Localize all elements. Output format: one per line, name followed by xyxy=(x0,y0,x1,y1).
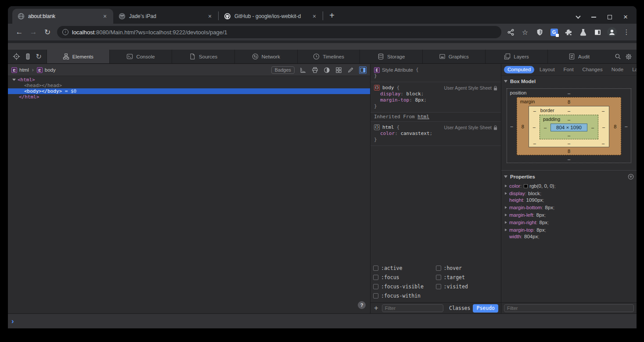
tab-close-icon[interactable]: × xyxy=(101,12,109,20)
inherited-from-link[interactable]: html xyxy=(417,114,429,120)
tab-computed[interactable]: Computed xyxy=(504,66,534,73)
computed-property-margin-left[interactable]: margin-left:8px; xyxy=(504,212,637,218)
grid-overlay-icon[interactable] xyxy=(335,67,342,73)
window-minimize-button[interactable] xyxy=(591,17,596,18)
css-rule-body[interactable]: {} body { User Agent Style Sheet display… xyxy=(371,82,501,113)
box-model-position[interactable]: position– – margin8 8 –border–– xyxy=(507,88,632,163)
translate-extension-icon[interactable]: G xyxy=(548,26,560,38)
disclosure-triangle-icon[interactable] xyxy=(505,221,507,224)
computed-filter-input[interactable] xyxy=(504,304,634,312)
disclosure-triangle-icon[interactable] xyxy=(505,206,507,209)
pseudo-visited-checkbox[interactable]: :visited xyxy=(436,284,499,290)
checkbox[interactable] xyxy=(373,275,378,280)
browser-tab-jades-ipad[interactable]: Jade’s iPad × xyxy=(113,9,218,24)
dom-node-body-selected[interactable]: <body></body> = $0 xyxy=(8,88,370,94)
inspector-layout-toggle-icon[interactable] xyxy=(359,66,367,74)
disclosure-triangle-icon[interactable] xyxy=(505,192,507,195)
dom-node-html-open[interactable]: <html> xyxy=(8,77,370,83)
breadcrumb-item-html[interactable]: html xyxy=(19,67,29,73)
devtools-tab-audit[interactable]: Audit xyxy=(547,50,610,63)
new-rule-plus-icon[interactable]: + xyxy=(374,305,378,311)
browser-menu-kebab-icon[interactable]: ⋮ xyxy=(621,26,632,38)
computed-property-display[interactable]: display:block; xyxy=(504,191,637,196)
extensions-puzzle-icon[interactable] xyxy=(563,26,574,38)
edit-pen-icon[interactable] xyxy=(347,67,354,73)
section-collapse-icon[interactable] xyxy=(504,175,507,178)
flask-extension-icon[interactable] xyxy=(577,26,589,38)
css-declaration[interactable]: display: block; xyxy=(374,91,497,97)
dom-node-html-close[interactable]: </html> xyxy=(8,94,370,100)
back-button[interactable]: ← xyxy=(13,26,25,38)
checkbox[interactable] xyxy=(373,284,378,289)
computed-property-margin-top[interactable]: margin-top:8px; xyxy=(504,227,637,233)
pseudo-button[interactable]: Pseudo xyxy=(473,304,498,313)
devtools-tab-network[interactable]: Network xyxy=(234,50,297,63)
breadcrumb-item-body[interactable]: body xyxy=(45,67,56,73)
color-swatch[interactable] xyxy=(524,184,528,188)
rule-selector[interactable]: html xyxy=(382,124,394,131)
dom-node-head[interactable]: <head></head> xyxy=(8,83,370,88)
box-model-content[interactable]: 804 × 1090 xyxy=(550,124,587,131)
new-tab-button[interactable]: + xyxy=(326,10,338,22)
css-declaration[interactable]: margin-top: 8px; xyxy=(374,97,497,103)
page-info-icon[interactable]: i xyxy=(62,29,68,35)
pseudo-focus-within-checkbox[interactable]: :focus-within xyxy=(373,293,436,299)
checkbox[interactable] xyxy=(373,266,378,271)
ruler-icon[interactable] xyxy=(300,67,306,73)
computed-property-margin-right[interactable]: margin-right:8px; xyxy=(504,220,637,225)
browser-tab-github[interactable]: GitHub - google/ios-webkit-d × xyxy=(219,9,323,24)
disclosure-triangle-icon[interactable] xyxy=(505,229,507,231)
devtools-tab-timelines[interactable]: Timelines xyxy=(297,50,360,63)
pseudo-focus-visible-checkbox[interactable]: :focus-visible xyxy=(373,284,436,290)
disclosure-triangle-icon[interactable] xyxy=(505,185,507,187)
computed-property-color[interactable]: color:rgb(0, 0, 0); xyxy=(504,183,637,189)
device-icon[interactable] xyxy=(25,53,31,60)
pseudo-focus-checkbox[interactable]: :focus xyxy=(373,274,436,280)
devtools-tab-elements[interactable]: Elements xyxy=(47,50,109,63)
box-model-border[interactable]: –border–– – padding– – 804 × 1090 xyxy=(529,106,609,147)
css-rule-html[interactable]: {} html { User Agent Style Sheet color: … xyxy=(371,122,501,146)
address-bar[interactable]: i localhost:8080/Main.html?ws=localhost:… xyxy=(57,26,501,38)
print-icon[interactable] xyxy=(312,67,318,73)
share-button[interactable] xyxy=(505,26,516,38)
disclosure-triangle-icon[interactable] xyxy=(505,214,507,216)
tab-layers[interactable]: Layers xyxy=(629,66,637,73)
tab-node[interactable]: Node xyxy=(608,66,627,73)
checkbox[interactable] xyxy=(436,284,441,289)
properties-header[interactable]: Properties xyxy=(501,171,637,182)
pseudo-target-checkbox[interactable]: :target xyxy=(436,274,499,280)
box-model-margin[interactable]: margin8 8 –border–– – padding– xyxy=(517,97,622,155)
style-attribute-section[interactable]: E Style Attribute { } xyxy=(371,64,501,82)
box-model-padding[interactable]: padding– – 804 × 1090 – – xyxy=(540,115,598,139)
box-model-header[interactable]: Box Model xyxy=(501,76,637,86)
computed-property-width[interactable]: width:804px; xyxy=(504,234,637,239)
computed-property-height[interactable]: height:1090px; xyxy=(504,197,637,203)
tab-close-icon[interactable]: × xyxy=(206,12,214,20)
checkbox[interactable] xyxy=(436,266,441,271)
window-close-button[interactable]: × xyxy=(623,15,628,19)
devtools-tab-graphics[interactable]: Graphics xyxy=(422,50,485,63)
devtools-reload-icon[interactable]: ↻ xyxy=(36,52,41,61)
reload-button[interactable]: ↻ xyxy=(41,26,54,38)
section-collapse-icon[interactable] xyxy=(504,80,507,83)
devtools-settings-gear-icon[interactable] xyxy=(625,53,632,60)
devtools-tab-layers[interactable]: Layers xyxy=(485,50,548,63)
expand-arrow-icon[interactable] xyxy=(12,79,16,81)
tab-font[interactable]: Font xyxy=(560,66,577,73)
rule-selector[interactable]: body xyxy=(382,85,394,91)
tab-layout[interactable]: Layout xyxy=(536,66,558,73)
checkbox[interactable] xyxy=(373,293,378,298)
devtools-tab-storage[interactable]: Storage xyxy=(360,50,422,63)
computed-property-margin-bottom[interactable]: margin-bottom:8px; xyxy=(504,205,637,210)
pseudo-hover-checkbox[interactable]: :hover xyxy=(436,265,499,271)
tab-search-chevron-icon[interactable] xyxy=(576,14,580,18)
styles-filter-input[interactable] xyxy=(382,304,443,312)
pseudo-active-checkbox[interactable]: :active xyxy=(373,265,436,271)
checkbox[interactable] xyxy=(436,275,441,280)
badges-button[interactable]: Badges xyxy=(271,66,295,74)
tab-changes[interactable]: Changes xyxy=(579,66,606,73)
element-picker-icon[interactable] xyxy=(13,53,20,60)
profile-avatar[interactable] xyxy=(606,26,618,38)
tab-close-icon[interactable]: × xyxy=(310,12,318,20)
quick-console[interactable]: › xyxy=(8,313,637,328)
